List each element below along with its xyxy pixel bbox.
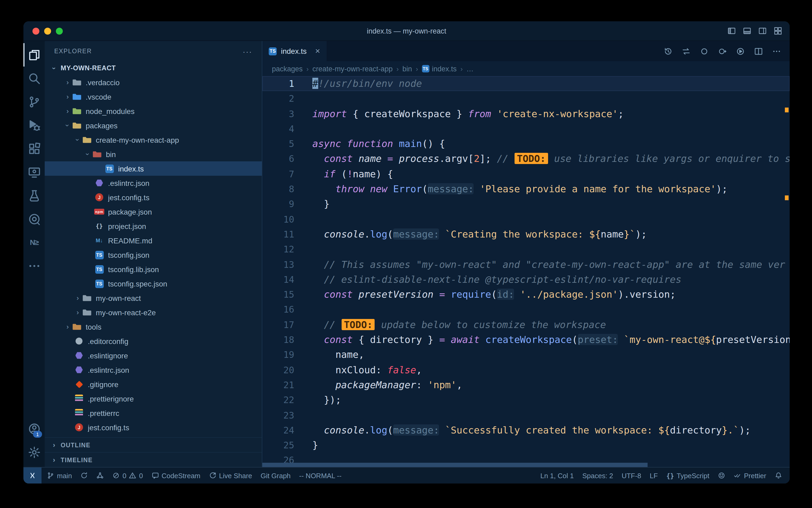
- code-line[interactable]: 14 // eslint-disable-next-line @typescri…: [262, 272, 790, 287]
- status-codestream[interactable]: CodeStream: [147, 468, 205, 483]
- code-line[interactable]: 1#!/usr/bin/env node: [262, 76, 790, 91]
- tree-item-readme.md[interactable]: M↓README.md: [45, 233, 262, 248]
- tree-item-tsconfig.json[interactable]: TStsconfig.json: [45, 248, 262, 262]
- activity-settings[interactable]: [23, 440, 45, 464]
- tree-item-.prettierignore[interactable]: .prettierignore: [45, 391, 262, 406]
- status-formatter[interactable]: Prettier: [729, 468, 770, 483]
- tree-item-tsconfig.lib.json[interactable]: TStsconfig.lib.json: [45, 262, 262, 277]
- activity-codestream[interactable]: [23, 207, 45, 230]
- layout-sidebar-right-icon[interactable]: [758, 27, 767, 35]
- layout-customize-icon[interactable]: [774, 27, 782, 35]
- code-line[interactable]: 9 }: [262, 197, 790, 212]
- code-line[interactable]: 17 // TODO: update below to customize th…: [262, 318, 790, 333]
- status-indentation[interactable]: Spaces: 2: [578, 468, 618, 483]
- activity-more[interactable]: [23, 254, 45, 278]
- code-line[interactable]: 16: [262, 302, 790, 318]
- code-line[interactable]: 19 name,: [262, 347, 790, 363]
- code-line[interactable]: 5async function main() {: [262, 136, 790, 152]
- tree-item-.editorconfig[interactable]: .editorconfig: [45, 334, 262, 348]
- status-feedback[interactable]: [714, 468, 729, 483]
- status-problems[interactable]: 00: [108, 468, 147, 483]
- previous-change-icon[interactable]: [700, 47, 709, 56]
- zoom-button[interactable]: [56, 28, 63, 34]
- split-editor-icon[interactable]: [754, 47, 763, 56]
- code-line[interactable]: 25}: [262, 438, 790, 453]
- status-network[interactable]: [92, 468, 108, 483]
- sidebar-section-outline[interactable]: ›OUTLINE: [45, 437, 262, 452]
- tree-item-create-my-own-react-app[interactable]: ›create-my-own-react-app: [45, 133, 262, 147]
- activity-testing[interactable]: [23, 184, 45, 207]
- tree-item-bin[interactable]: ›bin: [45, 147, 262, 161]
- tree-item-.prettierrc[interactable]: .prettierrc: [45, 406, 262, 420]
- sidebar-section-timeline[interactable]: ›TIMELINE: [45, 452, 262, 467]
- timeline-history-icon[interactable]: [664, 47, 673, 56]
- status-encoding[interactable]: UTF-8: [617, 468, 646, 483]
- tree-item-tools[interactable]: ›tools: [45, 320, 262, 334]
- status-git-graph[interactable]: Git Graph: [256, 468, 295, 483]
- minimize-button[interactable]: [44, 28, 51, 34]
- status-language-mode[interactable]: {}TypeScript: [662, 468, 714, 483]
- activity-run-debug[interactable]: [23, 114, 45, 137]
- compare-changes-icon[interactable]: [682, 47, 691, 56]
- run-file-icon[interactable]: [736, 47, 745, 56]
- breadcrumb-item[interactable]: bin: [402, 65, 412, 73]
- code-line[interactable]: 20 nxCloud: false,: [262, 363, 790, 378]
- breadcrumb-item[interactable]: TSindex.ts: [422, 65, 457, 73]
- activity-accounts[interactable]: 1: [23, 417, 45, 440]
- breadcrumb-item[interactable]: …: [466, 65, 474, 73]
- status-remote[interactable]: [23, 468, 42, 483]
- more-actions-icon[interactable]: [772, 47, 781, 56]
- tree-item-.eslintrc.json[interactable]: .eslintrc.json: [45, 363, 262, 377]
- close-button[interactable]: [33, 28, 39, 34]
- tree-item-package.json[interactable]: npmpackage.json: [45, 205, 262, 219]
- activity-nx-console[interactable]: N≥: [23, 230, 45, 254]
- code-line[interactable]: 13 // This assumes "my-own-react" and "c…: [262, 257, 790, 272]
- tree-item-.vscode[interactable]: ›.vscode: [45, 89, 262, 104]
- code-line[interactable]: 4: [262, 121, 790, 137]
- tree-item-jest.config.ts[interactable]: Jjest.config.ts: [45, 190, 262, 205]
- code-line[interactable]: 3import { createWorkspace } from 'create…: [262, 106, 790, 121]
- tree-item-my-own-react-e2e[interactable]: ›my-own-react-e2e: [45, 305, 262, 320]
- activity-remote-explorer[interactable]: [23, 160, 45, 184]
- status-live-share[interactable]: Live Share: [205, 468, 256, 483]
- tree-item-packages[interactable]: ›packages: [45, 118, 262, 133]
- code-editor[interactable]: 1#!/usr/bin/env node23import { createWor…: [262, 76, 790, 467]
- explorer-actions-button[interactable]: ···: [243, 47, 252, 56]
- code-line[interactable]: 2: [262, 91, 790, 107]
- code-line[interactable]: 23: [262, 408, 790, 423]
- code-line[interactable]: 21 packageManager: 'npm',: [262, 378, 790, 393]
- code-line[interactable]: 24 console.log(message: `Successfully cr…: [262, 423, 790, 438]
- explorer-root-folder[interactable]: › MY-OWN-REACT: [45, 61, 262, 75]
- next-change-icon[interactable]: [718, 47, 727, 56]
- tree-item-.gitignore[interactable]: .gitignore: [45, 377, 262, 391]
- close-icon[interactable]: ×: [311, 46, 320, 56]
- tab-index.ts[interactable]: TSindex.ts×: [262, 41, 327, 61]
- tree-item-project.json[interactable]: {}project.json: [45, 219, 262, 233]
- scrollbar-thumb[interactable]: [262, 463, 648, 467]
- breadcrumb-item[interactable]: create-my-own-react-app: [313, 65, 393, 73]
- code-line[interactable]: 22 });: [262, 392, 790, 408]
- status-vim-mode[interactable]: -- NORMAL --: [295, 468, 346, 483]
- code-line[interactable]: 7 if (!name) {: [262, 167, 790, 182]
- status-cursor-position[interactable]: Ln 1, Col 1: [536, 468, 578, 483]
- breadcrumb-item[interactable]: packages: [272, 65, 303, 73]
- code-line[interactable]: 6 const name = process.argv[2]; // TODO:…: [262, 152, 790, 167]
- status-eol[interactable]: LF: [646, 468, 662, 483]
- code-line[interactable]: 10: [262, 212, 790, 227]
- status-branch[interactable]: main: [43, 468, 76, 483]
- tree-item-.eslintrc.json[interactable]: .eslintrc.json: [45, 176, 262, 190]
- status-sync[interactable]: [76, 468, 92, 483]
- tree-item-tsconfig.spec.json[interactable]: TStsconfig.spec.json: [45, 277, 262, 291]
- tree-item-index.ts[interactable]: TSindex.ts: [45, 161, 262, 176]
- tree-item-my-own-react[interactable]: ›my-own-react: [45, 291, 262, 305]
- activity-search[interactable]: [23, 67, 45, 90]
- tree-item-.eslintignore[interactable]: .eslintignore: [45, 348, 262, 363]
- code-line[interactable]: 15 const presetVersion = require(id: '..…: [262, 287, 790, 302]
- code-line[interactable]: 8 throw new Error(message: 'Please provi…: [262, 181, 790, 197]
- activity-extensions[interactable]: [23, 137, 45, 160]
- tree-item-.verdaccio[interactable]: ›.verdaccio: [45, 75, 262, 89]
- horizontal-scrollbar[interactable]: [262, 463, 783, 467]
- status-notifications[interactable]: [770, 468, 786, 483]
- code-line[interactable]: 11 console.log(message: `Creating the wo…: [262, 227, 790, 242]
- activity-explorer[interactable]: [23, 43, 45, 67]
